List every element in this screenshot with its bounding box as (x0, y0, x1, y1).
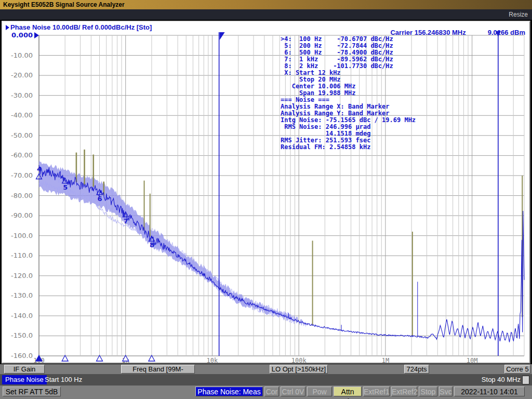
instrument-screen: Keysight E5052B Signal Source Analyzer R… (0, 0, 532, 399)
if-gain-panel: IF Gain 20dB (4, 365, 45, 374)
title-bar: Keysight E5052B Signal Source Analyzer (0, 0, 532, 9)
svg-text:5: 5 (63, 183, 68, 191)
measurement-status-bar: IF Gain 20dB Freq Band [99M-1.5GHz] LO O… (0, 364, 532, 374)
window-title: Keysight E5052B Signal Source Analyzer (3, 1, 125, 8)
instrument-status-bar: Set RF ATT 5dB Phase Noise: Meas Cor Ctr… (0, 385, 532, 399)
phase-noise-window: Phase Noise 10.00dB/ Ref 0.000dBc/Hz [St… (2, 21, 530, 364)
correction-panel: Corre 5 (504, 365, 530, 374)
svg-text:7: 7 (124, 217, 128, 225)
menu-bar: Resize (0, 9, 532, 20)
ctrl-status: Ctrl 0V (281, 387, 305, 396)
freq-band-panel: Freq Band [99M-1.5GHz] (121, 365, 195, 374)
lo-opt-panel: LO Opt [>150kHz] (270, 365, 328, 374)
start-frequency-label: Start 100 Hz (45, 376, 82, 383)
pow-status: Pow 0V (307, 387, 332, 396)
stop-status: Stop (419, 387, 437, 396)
meas-status: Phase Noise: Meas (195, 387, 263, 396)
datetime-display: 2022-11-10 14:01 (454, 387, 525, 396)
sweep-range-bar: Phase Noise Start 100 Hz Stop 40 MHz (0, 374, 532, 385)
trace-layer[interactable]: 45678 (3, 22, 529, 363)
cor-status: Cor (264, 387, 279, 396)
stop-frequency-label: Stop 40 MHz (482, 376, 521, 383)
extref2-status: ExtRef2 (391, 387, 417, 396)
resize-button[interactable]: Resize (509, 10, 528, 19)
points-panel: 724pts (404, 365, 429, 374)
svg-text:6: 6 (98, 195, 102, 203)
range-indicator-box (522, 376, 529, 384)
set-rf-att-button[interactable]: Set RF ATT 5dB (3, 387, 61, 396)
attn-status: Attn 0dB (334, 387, 362, 396)
extref1-status: ExtRef1 (363, 387, 390, 396)
svc-status: Svc (439, 387, 453, 396)
phase-noise-tab[interactable]: Phase Noise (2, 375, 47, 384)
svg-text:4: 4 (37, 165, 42, 173)
svg-text:8: 8 (150, 241, 154, 249)
